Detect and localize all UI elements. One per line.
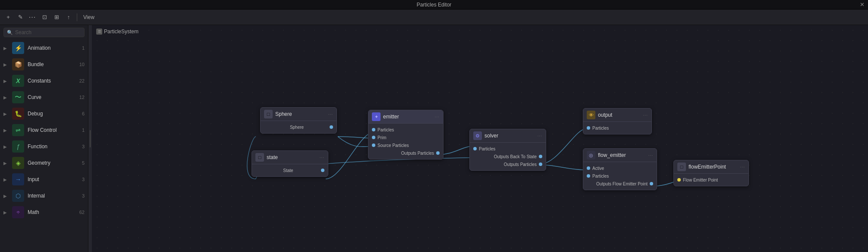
sidebar: 🔍 ▶ ⚡ Animation 1 ▶ 📦 Bundle 10 ▶ X Cons… — [0, 25, 88, 252]
solver-body: Particles Outputs Back To State Outputs … — [470, 143, 546, 170]
flow-emitter-icon: ◎ — [587, 151, 595, 159]
sidebar-item-function[interactable]: ▶ ƒ Function 3 — [0, 138, 88, 155]
sidebar-collapse-handle[interactable] — [88, 25, 92, 252]
flow-emitter-port-active: Active — [583, 164, 657, 172]
sidebar-label-input: Input — [28, 176, 79, 182]
close-icon[interactable]: ✕ — [860, 1, 865, 8]
port-label-solver-out: Outputs Particles — [504, 162, 537, 167]
sidebar-count-geometry: 5 — [82, 160, 85, 166]
port-dot-sphere — [330, 125, 333, 129]
flow-emitter-title: flow_emitter — [598, 152, 646, 158]
output-dots: ··· — [643, 113, 648, 118]
sidebar-label-geometry: Geometry — [28, 160, 79, 166]
emitter-port-particles: Particles — [368, 126, 443, 134]
sidebar-label-internal: Internal — [28, 193, 79, 199]
emitter-icon: ✦ — [372, 112, 381, 121]
sidebar-item-debug[interactable]: ▶ 🐛 Debug 6 — [0, 105, 88, 122]
flow-emitter-port-out: Outputs Flow Emitter Point — [583, 180, 657, 188]
sphere-body: Sphere — [261, 121, 337, 133]
sidebar-item-geometry[interactable]: ▶ ◈ Geometry 5 — [0, 155, 88, 171]
sidebar-count-curve: 12 — [79, 95, 85, 100]
flow-emitter-body: Active Particles Outputs Flow Emitter Po… — [583, 162, 657, 190]
window-title: Particles Editor — [417, 2, 452, 8]
chevron-icon: ▶ — [3, 112, 9, 116]
geometry-icon: ◈ — [12, 157, 24, 169]
search-box[interactable]: 🔍 — [3, 28, 85, 37]
sphere-dots: ··· — [328, 112, 333, 117]
node-output-header: 👁 output ··· — [583, 108, 651, 122]
pin-button[interactable]: ⊡ — [40, 13, 49, 22]
arrow-button[interactable]: ↑ — [64, 13, 73, 22]
node-sphere[interactable]: □ Sphere ··· Sphere — [260, 107, 337, 134]
sidebar-count-function: 3 — [82, 144, 85, 149]
breadcrumb: ☰ ParticleSystem — [96, 29, 138, 35]
port-label-active: Active — [592, 166, 604, 171]
port-label-state: State — [283, 168, 293, 173]
sidebar-item-math[interactable]: ▶ ÷ Math 62 — [0, 204, 88, 220]
constants-icon: X — [12, 75, 24, 87]
port-dot-prim — [372, 136, 375, 139]
node-flow-emitter[interactable]: ◎ flow_emitter ··· Active Particles Outp… — [583, 148, 657, 190]
pen-button[interactable]: ✎ — [16, 13, 25, 22]
port-dot-flow-particles — [587, 174, 590, 178]
node-emitter-header: ✦ emitter ··· — [368, 110, 443, 124]
canvas-area[interactable]: ☰ ParticleSystem □ — [92, 25, 868, 252]
chevron-icon: ▶ — [3, 95, 9, 100]
emitter-body: Particles Prim Source Particles Outputs … — [368, 124, 443, 159]
port-label-flow-out: Outputs Flow Emitter Point — [596, 182, 648, 186]
node-emitter[interactable]: ✦ emitter ··· Particles Prim Source Part… — [368, 110, 443, 159]
chevron-icon: ▶ — [3, 177, 9, 182]
node-flow-emitter-point-header: □ flowEmitterPoint ··· — [674, 160, 748, 174]
port-label-outputs: Outputs Particles — [401, 151, 434, 156]
toolbar-separator — [77, 13, 77, 21]
sphere-icon: □ — [264, 110, 273, 118]
breadcrumb-icon: ☰ — [96, 29, 102, 35]
debug-icon: 🐛 — [12, 108, 24, 120]
dots-button[interactable]: ··· — [28, 13, 37, 22]
state-body: State — [252, 164, 328, 176]
sidebar-label-animation: Animation — [28, 45, 79, 51]
state-dots: ··· — [320, 155, 324, 160]
sidebar-item-constants[interactable]: ▶ X Constants 22 — [0, 73, 88, 89]
collapse-indicator-bar — [90, 130, 91, 147]
emitter-port-source: Source Particles — [368, 141, 443, 149]
search-icon: 🔍 — [7, 30, 13, 35]
port-dot-source — [372, 144, 375, 147]
port-label-back: Outputs Back To State — [494, 154, 537, 159]
port-label-sphere: Sphere — [290, 125, 304, 130]
sidebar-label-math: Math — [28, 209, 76, 215]
flow-emitter-point-icon: □ — [677, 163, 686, 171]
chevron-icon: ▶ — [3, 128, 9, 133]
sidebar-label-curve: Curve — [28, 94, 76, 100]
snap-button[interactable]: ⊞ — [52, 13, 61, 22]
sidebar-item-curve[interactable]: ▶ 〜 Curve 12 — [0, 89, 88, 105]
node-flow-emitter-header: ◎ flow_emitter ··· — [583, 149, 657, 162]
node-state[interactable]: □ state ··· State — [252, 150, 328, 177]
sidebar-item-input[interactable]: ▶ → Input 3 — [0, 171, 88, 188]
sidebar-item-bundle[interactable]: ▶ 📦 Bundle 10 — [0, 56, 88, 73]
node-solver[interactable]: ⚙ solver ··· Particles Outputs Back To S… — [469, 129, 546, 171]
chevron-icon: ▶ — [3, 62, 9, 67]
view-button[interactable]: View — [81, 13, 97, 21]
sidebar-item-flow-control[interactable]: ▶ ⇌ Flow Control 1 — [0, 122, 88, 138]
node-output[interactable]: 👁 output ··· Particles — [583, 108, 652, 134]
node-flow-emitter-point[interactable]: □ flowEmitterPoint ··· Flow Emitter Poin… — [673, 160, 749, 186]
state-port-out: State — [252, 166, 328, 174]
sidebar-item-internal[interactable]: ▶ ⬡ Internal 3 — [0, 188, 88, 204]
output-port-particles: Particles — [583, 124, 651, 132]
emitter-port-prim: Prim — [368, 134, 443, 141]
output-body: Particles — [583, 122, 651, 134]
sidebar-item-animation[interactable]: ▶ ⚡ Animation 1 — [0, 40, 88, 56]
sidebar-count-input: 3 — [82, 177, 85, 182]
state-title: state — [267, 154, 317, 160]
flow-emitter-dots: ··· — [648, 153, 653, 158]
sidebar-count-debug: 6 — [82, 111, 85, 116]
search-input[interactable] — [15, 29, 81, 35]
sphere-port-out: Sphere — [261, 123, 337, 131]
add-button[interactable]: + — [3, 13, 13, 22]
sidebar-label-constants: Constants — [28, 78, 76, 84]
breadcrumb-label: ParticleSystem — [104, 29, 138, 35]
port-label-output-particles: Particles — [592, 126, 609, 131]
flow-emitter-point-dots: ··· — [740, 165, 745, 169]
chevron-icon: ▶ — [3, 79, 9, 83]
